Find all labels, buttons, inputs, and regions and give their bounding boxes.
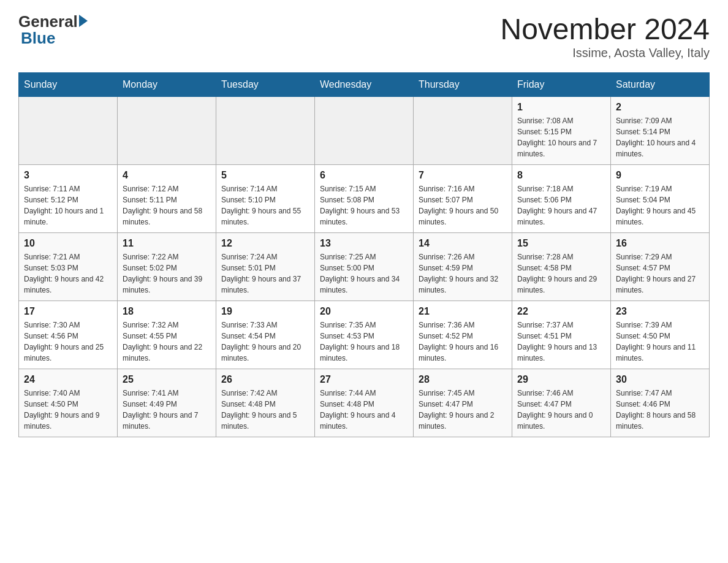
day-info: Sunrise: 7:39 AMSunset: 4:50 PMDaylight:… (616, 320, 704, 364)
day-info: Sunrise: 7:45 AMSunset: 4:47 PMDaylight:… (419, 388, 507, 432)
calendar-week-row: 10Sunrise: 7:21 AMSunset: 5:03 PMDayligh… (19, 233, 710, 301)
calendar-day-cell: 26Sunrise: 7:42 AMSunset: 4:48 PMDayligh… (216, 369, 315, 437)
day-info: Sunrise: 7:41 AMSunset: 4:49 PMDaylight:… (123, 388, 211, 432)
calendar-header-cell: Tuesday (216, 73, 315, 97)
calendar-week-row: 3Sunrise: 7:11 AMSunset: 5:12 PMDaylight… (19, 165, 710, 233)
location: Issime, Aosta Valley, Italy (500, 46, 710, 60)
day-info: Sunrise: 7:28 AMSunset: 4:58 PMDaylight:… (517, 251, 605, 296)
calendar-day-cell: 24Sunrise: 7:40 AMSunset: 4:50 PMDayligh… (19, 369, 118, 437)
day-number: 20 (320, 306, 408, 317)
calendar-day-cell: 4Sunrise: 7:12 AMSunset: 5:11 PMDaylight… (118, 165, 216, 233)
calendar-day-cell (118, 97, 216, 165)
day-info: Sunrise: 7:35 AMSunset: 4:53 PMDaylight:… (320, 320, 408, 364)
calendar-day-cell: 15Sunrise: 7:28 AMSunset: 4:58 PMDayligh… (512, 233, 611, 301)
month-title: November 2024 (500, 12, 710, 46)
day-info: Sunrise: 7:37 AMSunset: 4:51 PMDaylight:… (517, 320, 605, 364)
calendar-day-cell: 27Sunrise: 7:44 AMSunset: 4:48 PMDayligh… (315, 369, 414, 437)
calendar-day-cell (216, 97, 315, 165)
calendar-day-cell: 13Sunrise: 7:25 AMSunset: 5:00 PMDayligh… (315, 233, 414, 301)
calendar-week-row: 24Sunrise: 7:40 AMSunset: 4:50 PMDayligh… (19, 369, 710, 437)
calendar-header-cell: Thursday (414, 73, 512, 97)
day-number: 3 (24, 170, 112, 181)
calendar-day-cell (315, 97, 414, 165)
day-info: Sunrise: 7:32 AMSunset: 4:55 PMDaylight:… (123, 320, 211, 364)
day-number: 6 (320, 170, 408, 181)
day-number: 30 (616, 374, 704, 385)
day-number: 16 (616, 238, 704, 249)
day-number: 1 (517, 102, 605, 113)
day-number: 19 (221, 306, 309, 317)
day-number: 14 (419, 238, 507, 249)
title-block: November 2024 Issime, Aosta Valley, Ital… (500, 12, 710, 60)
day-info: Sunrise: 7:33 AMSunset: 4:54 PMDaylight:… (221, 320, 309, 364)
logo: General Blue (18, 12, 88, 48)
day-info: Sunrise: 7:47 AMSunset: 4:46 PMDaylight:… (616, 388, 704, 432)
day-info: Sunrise: 7:18 AMSunset: 5:06 PMDaylight:… (517, 183, 605, 228)
day-info: Sunrise: 7:14 AMSunset: 5:10 PMDaylight:… (221, 183, 309, 228)
day-number: 29 (517, 374, 605, 385)
day-number: 7 (419, 170, 507, 181)
calendar-week-row: 17Sunrise: 7:30 AMSunset: 4:56 PMDayligh… (19, 301, 710, 369)
calendar-day-cell: 9Sunrise: 7:19 AMSunset: 5:04 PMDaylight… (611, 165, 710, 233)
calendar-week-row: 1Sunrise: 7:08 AMSunset: 5:15 PMDaylight… (19, 97, 710, 165)
calendar-day-cell: 17Sunrise: 7:30 AMSunset: 4:56 PMDayligh… (19, 301, 118, 369)
day-number: 10 (24, 238, 112, 249)
day-number: 13 (320, 238, 408, 249)
day-number: 26 (221, 374, 309, 385)
calendar-day-cell: 8Sunrise: 7:18 AMSunset: 5:06 PMDaylight… (512, 165, 611, 233)
day-number: 5 (221, 170, 309, 181)
calendar-day-cell: 30Sunrise: 7:47 AMSunset: 4:46 PMDayligh… (611, 369, 710, 437)
day-number: 9 (616, 170, 704, 181)
calendar-day-cell: 20Sunrise: 7:35 AMSunset: 4:53 PMDayligh… (315, 301, 414, 369)
calendar-body: 1Sunrise: 7:08 AMSunset: 5:15 PMDaylight… (19, 97, 710, 437)
day-info: Sunrise: 7:29 AMSunset: 4:57 PMDaylight:… (616, 251, 704, 296)
day-number: 15 (517, 238, 605, 249)
day-info: Sunrise: 7:16 AMSunset: 5:07 PMDaylight:… (419, 183, 507, 228)
calendar-day-cell: 14Sunrise: 7:26 AMSunset: 4:59 PMDayligh… (414, 233, 512, 301)
calendar-header-cell: Sunday (19, 73, 118, 97)
day-number: 27 (320, 374, 408, 385)
day-info: Sunrise: 7:12 AMSunset: 5:11 PMDaylight:… (123, 183, 211, 228)
calendar-day-cell: 18Sunrise: 7:32 AMSunset: 4:55 PMDayligh… (118, 301, 216, 369)
day-info: Sunrise: 7:36 AMSunset: 4:52 PMDaylight:… (419, 320, 507, 364)
day-info: Sunrise: 7:40 AMSunset: 4:50 PMDaylight:… (24, 388, 112, 432)
day-info: Sunrise: 7:24 AMSunset: 5:01 PMDaylight:… (221, 251, 309, 296)
day-info: Sunrise: 7:15 AMSunset: 5:08 PMDaylight:… (320, 183, 408, 228)
calendar-day-cell: 29Sunrise: 7:46 AMSunset: 4:47 PMDayligh… (512, 369, 611, 437)
day-info: Sunrise: 7:26 AMSunset: 4:59 PMDaylight:… (419, 251, 507, 296)
calendar-table: SundayMondayTuesdayWednesdayThursdayFrid… (18, 72, 710, 437)
page-header: General Blue November 2024 Issime, Aosta… (18, 12, 710, 60)
calendar-day-cell (414, 97, 512, 165)
day-info: Sunrise: 7:30 AMSunset: 4:56 PMDaylight:… (24, 320, 112, 364)
calendar-day-cell: 21Sunrise: 7:36 AMSunset: 4:52 PMDayligh… (414, 301, 512, 369)
calendar-day-cell: 3Sunrise: 7:11 AMSunset: 5:12 PMDaylight… (19, 165, 118, 233)
calendar-day-cell: 10Sunrise: 7:21 AMSunset: 5:03 PMDayligh… (19, 233, 118, 301)
day-info: Sunrise: 7:19 AMSunset: 5:04 PMDaylight:… (616, 183, 704, 228)
day-number: 23 (616, 306, 704, 317)
calendar-header-cell: Wednesday (315, 73, 414, 97)
calendar-day-cell (19, 97, 118, 165)
logo-blue-text: Blue (21, 29, 55, 48)
calendar-day-cell: 22Sunrise: 7:37 AMSunset: 4:51 PMDayligh… (512, 301, 611, 369)
day-info: Sunrise: 7:42 AMSunset: 4:48 PMDaylight:… (221, 388, 309, 432)
day-info: Sunrise: 7:22 AMSunset: 5:02 PMDaylight:… (123, 251, 211, 296)
day-number: 22 (517, 306, 605, 317)
day-number: 2 (616, 102, 704, 113)
day-number: 12 (221, 238, 309, 249)
calendar-day-cell: 11Sunrise: 7:22 AMSunset: 5:02 PMDayligh… (118, 233, 216, 301)
day-number: 11 (123, 238, 211, 249)
day-number: 25 (123, 374, 211, 385)
day-number: 17 (24, 306, 112, 317)
day-number: 8 (517, 170, 605, 181)
day-info: Sunrise: 7:46 AMSunset: 4:47 PMDaylight:… (517, 388, 605, 432)
calendar-day-cell: 16Sunrise: 7:29 AMSunset: 4:57 PMDayligh… (611, 233, 710, 301)
calendar-day-cell: 7Sunrise: 7:16 AMSunset: 5:07 PMDaylight… (414, 165, 512, 233)
day-info: Sunrise: 7:44 AMSunset: 4:48 PMDaylight:… (320, 388, 408, 432)
day-number: 28 (419, 374, 507, 385)
calendar-day-cell: 1Sunrise: 7:08 AMSunset: 5:15 PMDaylight… (512, 97, 611, 165)
calendar-header-cell: Saturday (611, 73, 710, 97)
calendar-header-cell: Monday (118, 73, 216, 97)
calendar-header-cell: Friday (512, 73, 611, 97)
day-info: Sunrise: 7:21 AMSunset: 5:03 PMDaylight:… (24, 251, 112, 296)
day-number: 24 (24, 374, 112, 385)
